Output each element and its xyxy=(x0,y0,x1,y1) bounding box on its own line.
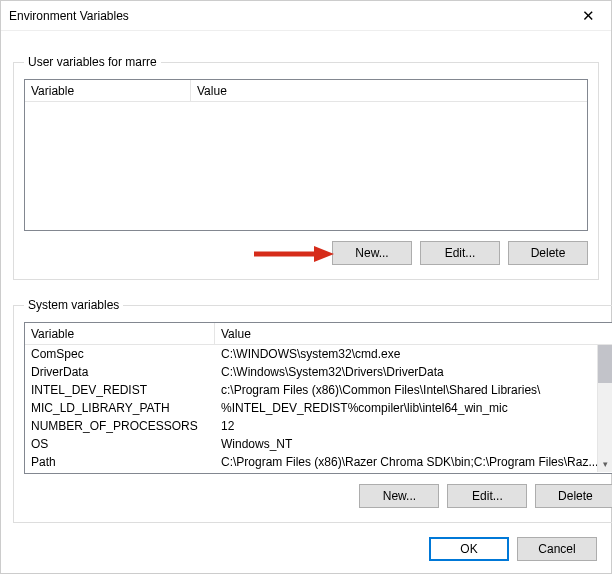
system-variables-group: System variables Variable Value ComSpecC… xyxy=(13,298,612,523)
cell-value: %INTEL_DEV_REDIST%compiler\lib\intel64_w… xyxy=(215,401,598,415)
cell-variable: ComSpec xyxy=(25,347,215,361)
close-icon: ✕ xyxy=(582,7,595,25)
cell-value: Windows_NT xyxy=(215,437,598,451)
table-row[interactable]: DriverDataC:\Windows\System32\Drivers\Dr… xyxy=(25,363,598,381)
system-list-header: Variable Value xyxy=(25,323,612,345)
system-delete-button[interactable]: Delete xyxy=(535,484,612,508)
window-title: Environment Variables xyxy=(9,9,565,23)
cell-variable: MIC_LD_LIBRARY_PATH xyxy=(25,401,215,415)
env-vars-dialog: Environment Variables ✕ User variables f… xyxy=(0,0,612,574)
cell-variable: OS xyxy=(25,437,215,451)
user-col-variable[interactable]: Variable xyxy=(25,80,191,101)
dialog-content: User variables for marre Variable Value … xyxy=(1,31,611,523)
table-row[interactable]: INTEL_DEV_REDISTc:\Program Files (x86)\C… xyxy=(25,381,598,399)
user-variables-list[interactable]: Variable Value xyxy=(24,79,588,231)
cell-value: c:\Program Files (x86)\Common Files\Inte… xyxy=(215,383,598,397)
user-new-button[interactable]: New... xyxy=(332,241,412,265)
cell-value: C:\Program Files (x86)\Razer Chroma SDK\… xyxy=(215,455,598,469)
user-col-value[interactable]: Value xyxy=(191,80,587,101)
ok-button[interactable]: OK xyxy=(429,537,509,561)
cancel-button[interactable]: Cancel xyxy=(517,537,597,561)
table-row[interactable]: MIC_LD_LIBRARY_PATH%INTEL_DEV_REDIST%com… xyxy=(25,399,598,417)
system-col-variable[interactable]: Variable xyxy=(25,323,215,344)
cell-variable: NUMBER_OF_PROCESSORS xyxy=(25,419,215,433)
table-row[interactable]: PathC:\Program Files (x86)\Razer Chroma … xyxy=(25,453,598,471)
system-edit-button[interactable]: Edit... xyxy=(447,484,527,508)
table-row[interactable]: ComSpecC:\WINDOWS\system32\cmd.exe xyxy=(25,345,598,363)
system-new-button[interactable]: New... xyxy=(359,484,439,508)
cell-value: 12 xyxy=(215,419,598,433)
user-variables-group: User variables for marre Variable Value … xyxy=(13,55,599,280)
titlebar: Environment Variables ✕ xyxy=(1,1,611,31)
scroll-down-icon[interactable]: ▾ xyxy=(598,456,612,472)
cell-variable: Path xyxy=(25,455,215,469)
cell-value: C:\Windows\System32\Drivers\DriverData xyxy=(215,365,598,379)
dialog-footer: OK Cancel xyxy=(1,537,611,573)
system-list-scrollbar[interactable]: ▾ xyxy=(597,345,612,472)
cell-variable: DriverData xyxy=(25,365,215,379)
annotation-arrow-icon xyxy=(254,244,334,264)
system-buttons-row: New... Edit... Delete xyxy=(24,484,612,508)
svg-marker-1 xyxy=(314,246,334,262)
user-edit-button[interactable]: Edit... xyxy=(420,241,500,265)
user-list-header: Variable Value xyxy=(25,80,587,102)
cell-variable: INTEL_DEV_REDIST xyxy=(25,383,215,397)
close-button[interactable]: ✕ xyxy=(565,1,611,31)
table-row[interactable]: NUMBER_OF_PROCESSORS12 xyxy=(25,417,598,435)
user-variables-legend: User variables for marre xyxy=(24,55,161,69)
user-buttons-row: New... Edit... Delete xyxy=(24,241,588,265)
cell-value: C:\WINDOWS\system32\cmd.exe xyxy=(215,347,598,361)
system-col-value[interactable]: Value xyxy=(215,323,612,344)
system-variables-list[interactable]: Variable Value ComSpecC:\WINDOWS\system3… xyxy=(24,322,612,474)
user-delete-button[interactable]: Delete xyxy=(508,241,588,265)
user-list-body[interactable] xyxy=(25,102,587,230)
system-list-body[interactable]: ComSpecC:\WINDOWS\system32\cmd.exeDriver… xyxy=(25,345,612,473)
table-row[interactable]: OSWindows_NT xyxy=(25,435,598,453)
system-variables-legend: System variables xyxy=(24,298,123,312)
scrollbar-thumb[interactable] xyxy=(598,345,612,383)
